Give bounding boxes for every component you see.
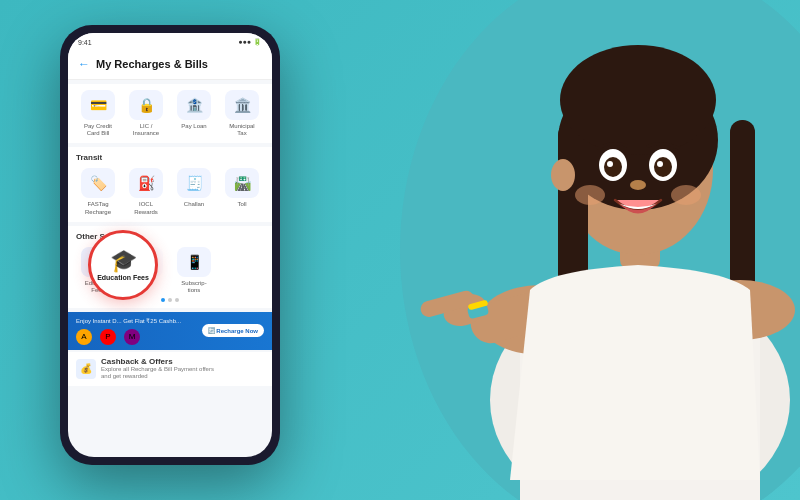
header-title: My Recharges & Bills <box>96 58 208 70</box>
list-item[interactable]: 💳 Pay CreditCard Bill <box>76 90 120 137</box>
svg-point-14 <box>657 161 663 167</box>
svg-point-13 <box>607 161 613 167</box>
transit-section: Transit 🏷️ FASTagRecharge ⛽ IOCLRewards … <box>68 147 272 221</box>
list-item[interactable]: 🔒 LIC /Insurance <box>124 90 168 137</box>
app-header: ← My Recharges & Bills <box>68 51 272 80</box>
list-item[interactable]: 🧾 Challan <box>172 168 216 215</box>
cashback-subtitle: Explore all Recharge & Bill Payment offe… <box>101 366 214 382</box>
cashback-section: 💰 Cashback & Offers Explore all Recharge… <box>68 352 272 387</box>
toll-label: Toll <box>237 201 246 208</box>
credit-card-icon: 💳 <box>81 90 115 120</box>
transit-title: Transit <box>76 153 264 162</box>
municipal-label: MunicipalTax <box>229 123 254 137</box>
top-services-section: 💳 Pay CreditCard Bill 🔒 LIC /Insurance 🏦… <box>68 84 272 143</box>
list-item[interactable]: ⛽ IOCLRewards <box>124 168 168 215</box>
challan-icon: 🧾 <box>177 168 211 198</box>
promo-text: Enjoy Instant D... Get Flat ₹25 Cashb... <box>76 317 181 325</box>
list-item[interactable]: 🏦 Pay Loan <box>172 90 216 137</box>
svg-point-11 <box>604 157 622 177</box>
recharge-now-button[interactable]: 🔄 Recharge Now <box>202 324 264 337</box>
cashback-title: Cashback & Offers <box>101 357 214 366</box>
promo-text-area: Enjoy Instant D... Get Flat ₹25 Cashb...… <box>76 317 181 344</box>
education-highlight-label: Education Fees <box>97 274 149 282</box>
brand-icon-1: A <box>76 329 92 345</box>
loan-label: Pay Loan <box>181 123 206 130</box>
fastag-label: FASTagRecharge <box>85 201 111 215</box>
svg-point-18 <box>671 185 701 205</box>
challan-label: Challan <box>184 201 204 208</box>
svg-point-17 <box>575 185 605 205</box>
municipal-icon: 🏛️ <box>225 90 259 120</box>
subscriptions-icon: 📱 <box>177 247 211 277</box>
education-highlight-icon: 🎓 <box>110 248 137 274</box>
lic-label: LIC /Insurance <box>133 123 159 137</box>
dot-1 <box>168 298 172 302</box>
svg-point-16 <box>551 159 575 191</box>
svg-point-12 <box>654 157 672 177</box>
lic-icon: 🔒 <box>129 90 163 120</box>
girl-photo <box>310 0 800 500</box>
dot-active <box>161 298 165 302</box>
loan-icon: 🏦 <box>177 90 211 120</box>
credit-card-label: Pay CreditCard Bill <box>84 123 112 137</box>
transit-grid: 🏷️ FASTagRecharge ⛽ IOCLRewards 🧾 Challa… <box>76 168 264 215</box>
status-bar: 9:41 ●●● 🔋 <box>68 33 272 51</box>
promo-banner: Enjoy Instant D... Get Flat ₹25 Cashb...… <box>68 312 272 349</box>
cashback-icon: 💰 <box>76 359 96 379</box>
time: 9:41 <box>78 39 92 46</box>
list-item[interactable]: 📱 Subscrip-tions <box>172 247 216 294</box>
cashback-text-area: Cashback & Offers Explore all Recharge &… <box>101 357 214 382</box>
top-services-grid: 💳 Pay CreditCard Bill 🔒 LIC /Insurance 🏦… <box>76 90 264 137</box>
iocl-label: IOCLRewards <box>134 201 158 215</box>
pagination-dots <box>76 298 264 302</box>
brand-icon-2: P <box>100 329 116 345</box>
list-item[interactable]: 🛣️ Toll <box>220 168 264 215</box>
toll-icon: 🛣️ <box>225 168 259 198</box>
list-item[interactable]: 🏷️ FASTagRecharge <box>76 168 120 215</box>
education-highlight-circle[interactable]: 🎓 Education Fees <box>88 230 158 300</box>
dot-2 <box>175 298 179 302</box>
fastag-icon: 🏷️ <box>81 168 115 198</box>
subscriptions-label: Subscrip-tions <box>181 280 206 294</box>
iocl-icon: ⛽ <box>129 168 163 198</box>
list-item[interactable]: 🏛️ MunicipalTax <box>220 90 264 137</box>
svg-point-15 <box>630 180 646 190</box>
back-arrow-icon[interactable]: ← <box>78 57 90 71</box>
signal-icons: ●●● 🔋 <box>238 38 262 46</box>
svg-point-8 <box>560 45 716 155</box>
svg-rect-7 <box>730 120 755 300</box>
brand-icon-3: M <box>124 329 140 345</box>
